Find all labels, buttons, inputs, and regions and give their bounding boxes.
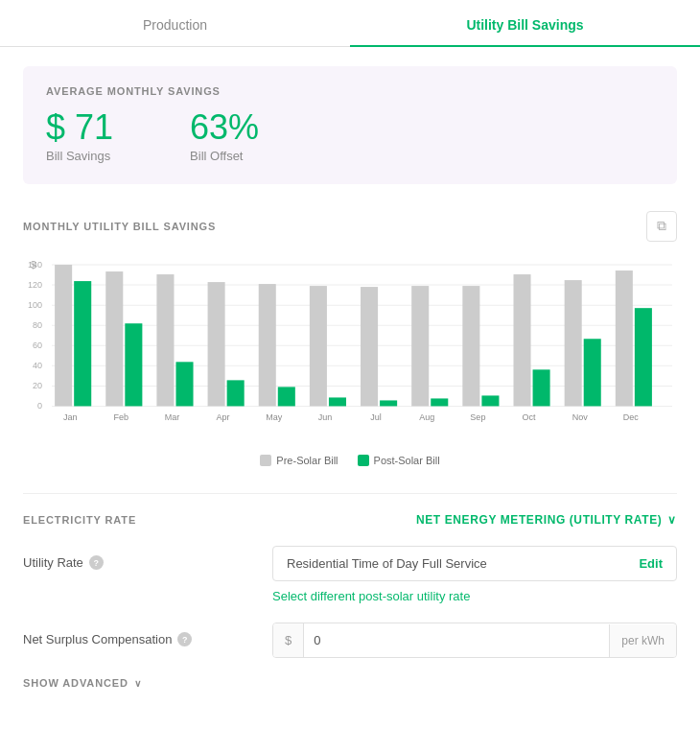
legend-pre-solar-label: Pre-Solar Bill (276, 455, 338, 466)
tabs-bar: Production Utility Bill Savings (0, 0, 700, 47)
dollar-sign: $ (273, 623, 304, 657)
divider (23, 493, 677, 494)
show-advanced-chevron-icon: ∨ (134, 678, 142, 689)
rate-label: ELECTRICITY RATE (23, 514, 136, 526)
savings-card: AVERAGE MONTHLY SAVINGS $ 71 Bill Saving… (23, 66, 677, 184)
tab-production-label: Production (143, 17, 207, 33)
svg-text:140: 140 (28, 260, 42, 270)
svg-rect-30 (278, 387, 295, 406)
svg-text:May: May (266, 412, 283, 422)
svg-text:Aug: Aug (419, 412, 434, 422)
per-kwh-label: per kWh (609, 624, 676, 657)
rate-value[interactable]: NET ENERGY METERING (UTILITY RATE) ∨ (416, 513, 677, 527)
chart-copy-button[interactable]: ⧉ (646, 211, 677, 242)
rate-section: ELECTRICITY RATE NET ENERGY METERING (UT… (23, 513, 677, 689)
svg-rect-27 (227, 380, 245, 406)
chart-title: MONTHLY UTILITY BILL SAVINGS (23, 221, 216, 232)
chevron-down-icon: ∨ (667, 513, 677, 527)
utility-rate-label: Utility Rate ? (23, 546, 272, 570)
svg-rect-39 (431, 398, 448, 406)
net-surplus-control: $ per kWh (272, 623, 677, 658)
tab-production[interactable]: Production (0, 0, 350, 46)
chart-header: MONTHLY UTILITY BILL SAVINGS ⧉ (23, 211, 677, 242)
utility-rate-row: Utility Rate ? Residential Time of Day F… (23, 546, 677, 603)
chart-area: $ 140 120 100 80 60 40 20 0 (23, 255, 677, 448)
svg-rect-44 (513, 274, 530, 406)
net-surplus-label: Net Surplus Compensation ? (23, 623, 272, 646)
svg-text:80: 80 (33, 320, 42, 330)
svg-rect-45 (533, 369, 550, 406)
bill-offset-value: 63% (190, 108, 259, 147)
copy-icon: ⧉ (657, 218, 666, 234)
bill-offset-label: Bill Offset (190, 149, 259, 163)
svg-rect-35 (361, 287, 378, 406)
utility-rate-control: Residential Time of Day Full Service Edi… (272, 546, 677, 603)
select-rate-link[interactable]: Select different post-solar utility rate (272, 589, 677, 603)
legend-post-solar-label: Post-Solar Bill (374, 455, 440, 466)
svg-text:Nov: Nov (572, 412, 589, 422)
svg-text:120: 120 (28, 280, 42, 290)
legend-post-solar-swatch (358, 455, 369, 466)
legend-post-solar: Post-Solar Bill (358, 455, 440, 466)
svg-text:Dec: Dec (623, 412, 640, 422)
show-advanced-toggle[interactable]: SHOW ADVANCED ∨ (23, 677, 677, 689)
net-surplus-input-box: $ per kWh (272, 623, 677, 658)
net-surplus-row: Net Surplus Compensation ? $ per kWh (23, 623, 677, 658)
utility-rate-help-icon[interactable]: ? (89, 555, 104, 570)
svg-text:60: 60 (33, 341, 42, 350)
bar-chart: $ 140 120 100 80 60 40 20 0 (23, 255, 677, 448)
bill-offset-group: 63% Bill Offset (190, 108, 259, 163)
svg-rect-26 (208, 282, 225, 406)
svg-rect-51 (635, 308, 652, 406)
svg-rect-21 (125, 323, 142, 406)
svg-text:Jul: Jul (370, 412, 382, 422)
bill-savings-value: $ 71 (46, 108, 113, 147)
svg-rect-24 (175, 362, 193, 406)
net-surplus-help-icon[interactable]: ? (177, 632, 192, 646)
rate-header: ELECTRICITY RATE NET ENERGY METERING (UT… (23, 513, 677, 527)
svg-rect-18 (74, 281, 91, 406)
savings-card-values: $ 71 Bill Savings 63% Bill Offset (46, 108, 654, 163)
svg-text:Apr: Apr (217, 412, 230, 422)
svg-rect-29 (259, 284, 276, 406)
legend-pre-solar-swatch (260, 455, 271, 466)
svg-text:Jun: Jun (318, 412, 333, 422)
svg-rect-32 (310, 286, 327, 406)
utility-rate-label-text: Utility Rate (23, 555, 83, 570)
svg-rect-17 (55, 265, 72, 406)
svg-rect-42 (481, 395, 499, 406)
svg-text:Sep: Sep (470, 412, 485, 422)
svg-rect-20 (105, 271, 123, 406)
svg-rect-33 (329, 397, 346, 406)
tab-utility-bill-savings-label: Utility Bill Savings (466, 17, 583, 33)
legend-pre-solar: Pre-Solar Bill (260, 455, 338, 466)
show-advanced-label: SHOW ADVANCED (23, 677, 128, 689)
svg-text:20: 20 (33, 381, 42, 390)
edit-utility-rate-link[interactable]: Edit (639, 556, 663, 571)
svg-text:0: 0 (37, 401, 42, 411)
bill-savings-group: $ 71 Bill Savings (46, 108, 113, 163)
chart-legend: Pre-Solar Bill Post-Solar Bill (23, 455, 677, 466)
svg-rect-41 (462, 286, 479, 406)
svg-rect-36 (380, 400, 397, 406)
net-surplus-input[interactable] (304, 623, 609, 657)
main-content: AVERAGE MONTHLY SAVINGS $ 71 Bill Saving… (0, 47, 700, 708)
svg-rect-48 (584, 339, 601, 406)
svg-text:Mar: Mar (165, 412, 180, 422)
svg-text:Jan: Jan (63, 412, 78, 422)
tab-utility-bill-savings[interactable]: Utility Bill Savings (350, 0, 700, 46)
svg-rect-23 (156, 274, 174, 406)
svg-text:40: 40 (33, 361, 42, 370)
bill-savings-label: Bill Savings (46, 149, 113, 163)
chart-section: MONTHLY UTILITY BILL SAVINGS ⧉ $ 140 120… (23, 211, 677, 467)
svg-rect-47 (565, 280, 582, 406)
utility-rate-value-text: Residential Time of Day Full Service (287, 556, 487, 571)
svg-rect-38 (411, 286, 429, 406)
utility-rate-box: Residential Time of Day Full Service Edi… (272, 546, 677, 581)
svg-text:Oct: Oct (523, 412, 537, 422)
svg-text:100: 100 (28, 300, 42, 310)
savings-card-title: AVERAGE MONTHLY SAVINGS (46, 85, 654, 97)
rate-value-text: NET ENERGY METERING (UTILITY RATE) (416, 513, 662, 527)
svg-text:Feb: Feb (114, 412, 129, 422)
net-surplus-label-text: Net Surplus Compensation (23, 632, 172, 646)
